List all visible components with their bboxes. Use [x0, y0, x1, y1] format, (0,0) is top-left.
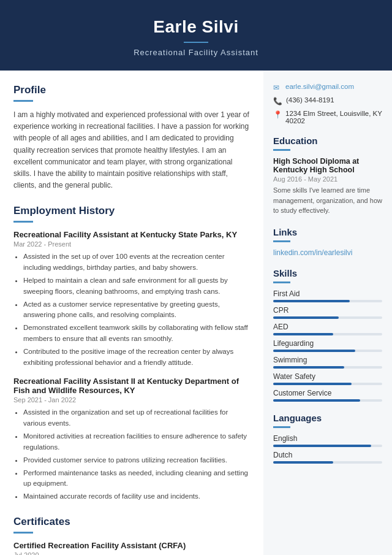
list-item: Monitored activities at recreation facil…	[23, 431, 251, 453]
list-item: Demonstrated excellent teamwork skills b…	[23, 323, 251, 345]
candidate-name: Earle Silvi	[12, 17, 380, 37]
skill-name: Swimming	[273, 356, 382, 364]
candidate-title: Recreational Facility Assistant	[12, 48, 380, 57]
email-icon: ✉	[273, 83, 282, 92]
cert-1-name: Certified Recreation Facility Assistant …	[13, 541, 251, 550]
certificates-title: Certificates	[13, 516, 251, 528]
cert-1: Certified Recreation Facility Assistant …	[13, 541, 251, 555]
job-1-title: Recreational Facility Assistant at Kentu…	[13, 230, 251, 239]
links-title: Links	[273, 227, 382, 237]
skill-bar-bg	[273, 350, 382, 352]
list-item: Assisted in the organization and set up …	[23, 407, 251, 429]
languages-title: Languages	[273, 413, 382, 423]
resume-header: Earle Silvi Recreational Facility Assist…	[0, 0, 392, 71]
contact-phone: 📞 (436) 344-8191	[273, 96, 382, 105]
job-2-title: Recreational Facility Assistant II at Ke…	[13, 377, 251, 395]
profile-divider	[13, 100, 33, 102]
skill-item: Customer Service	[273, 389, 382, 402]
lang-name: Dutch	[273, 451, 382, 459]
job-1: Recreational Facility Assistant at Kentu…	[13, 230, 251, 368]
edu-date: Aug 2016 - May 2021	[273, 175, 382, 183]
edu-school: High School Diploma at Kentucky High Sch…	[273, 157, 382, 174]
skill-item: First Aid	[273, 289, 382, 302]
contact-email: ✉ earle.silvi@gmail.com	[273, 83, 382, 92]
header-divider	[184, 42, 208, 43]
list-item: Performed maintenance tasks as needed, i…	[23, 468, 251, 490]
education-divider	[273, 149, 290, 151]
skill-bar-bg	[273, 316, 382, 319]
lang-bar-bg	[273, 461, 382, 464]
job-1-date: Mar 2022 - Present	[13, 240, 251, 248]
skill-bar-bg	[273, 383, 382, 385]
skill-bar-fill	[273, 300, 350, 302]
education-title: Education	[273, 136, 382, 146]
skill-bar-fill	[273, 350, 355, 352]
cert-1-date: Jul 2020	[13, 551, 251, 555]
list-item: Assisted in the set up of over 100 event…	[23, 251, 251, 274]
right-column: ✉ earle.silvi@gmail.com 📞 (436) 344-8191…	[263, 71, 392, 555]
lang-bar-fill	[273, 461, 333, 464]
profile-section: Profile I am a highly motivated and expe…	[13, 84, 251, 191]
employment-section: Employment History Recreational Facility…	[13, 205, 251, 502]
edu-description: Some skills I've learned are time manage…	[273, 185, 382, 216]
job-1-bullets: Assisted in the set up of over 100 event…	[13, 251, 251, 368]
skill-bar-bg	[273, 300, 382, 302]
skill-name: Water Safety	[273, 372, 382, 381]
links-section: Links linkedin.com/in/earlesilvi	[273, 227, 382, 257]
phone-icon: 📞	[273, 97, 282, 105]
skill-bar-bg	[273, 366, 382, 369]
profile-title: Profile	[13, 84, 251, 96]
skill-bar-bg	[273, 333, 382, 335]
contact-section: ✉ earle.silvi@gmail.com 📞 (436) 344-8191…	[273, 83, 382, 124]
languages-section: Languages English Dutch	[273, 413, 382, 464]
skill-name: First Aid	[273, 289, 382, 298]
left-column: Profile I am a highly motivated and expe…	[0, 71, 263, 555]
skill-bar-fill	[273, 383, 352, 385]
skill-name: Customer Service	[273, 389, 382, 397]
job-2-bullets: Assisted in the organization and set up …	[13, 407, 251, 502]
list-item: Maintained accurate records of facility …	[23, 491, 251, 502]
skill-bar-fill	[273, 316, 339, 319]
resume: Earle Silvi Recreational Facility Assist…	[0, 0, 392, 555]
skill-name: AED	[273, 323, 382, 331]
lang-bar-bg	[273, 445, 382, 447]
list-item: Provided customer service to patrons uti…	[23, 455, 251, 466]
job-2-date: Sep 2021 - Jan 2022	[13, 396, 251, 404]
skill-bar-bg	[273, 399, 382, 402]
list-item: Helped to maintain a clean and safe envi…	[23, 275, 251, 297]
linkedin-link[interactable]: linkedin.com/in/earlesilvi	[273, 248, 382, 257]
skill-name: Lifeguarding	[273, 339, 382, 348]
skills-divider	[273, 281, 290, 283]
location-icon: 📍	[273, 110, 282, 119]
lang-item: Dutch	[273, 451, 382, 464]
skill-item: Lifeguarding	[273, 339, 382, 352]
skill-bar-fill	[273, 399, 360, 402]
lang-item: English	[273, 434, 382, 447]
links-divider	[273, 240, 290, 242]
languages-divider	[273, 426, 290, 428]
contact-address: 📍 1234 Elm Street, Louisville, KY 40202	[273, 110, 382, 124]
skill-bar-fill	[273, 366, 344, 369]
certificates-divider	[13, 532, 33, 534]
skill-name: CPR	[273, 306, 382, 315]
employment-divider	[13, 221, 33, 223]
certificates-section: Certificates Certified Recreation Facili…	[13, 516, 251, 555]
address-value: 1234 Elm Street, Louisville, KY 40202	[285, 110, 382, 124]
skill-item: Water Safety	[273, 372, 382, 385]
phone-value: (436) 344-8191	[286, 96, 334, 104]
lang-name: English	[273, 434, 382, 443]
skill-item: Swimming	[273, 356, 382, 369]
job-2: Recreational Facility Assistant II at Ke…	[13, 377, 251, 502]
email-value: earle.silvi@gmail.com	[285, 83, 354, 90]
skills-title: Skills	[273, 268, 382, 278]
skill-bar-fill	[273, 333, 333, 335]
skill-item: CPR	[273, 306, 382, 319]
education-section: Education High School Diploma at Kentuck…	[273, 136, 382, 216]
skills-section: Skills First Aid CPR AED Lifeguarding	[273, 268, 382, 402]
main-content: Profile I am a highly motivated and expe…	[0, 71, 392, 555]
profile-text: I am a highly motivated and experienced …	[13, 109, 251, 191]
list-item: Contributed to the positive image of the…	[23, 346, 251, 369]
lang-bar-fill	[273, 445, 371, 447]
skill-item: AED	[273, 323, 382, 335]
list-item: Acted as a customer service representati…	[23, 299, 251, 321]
